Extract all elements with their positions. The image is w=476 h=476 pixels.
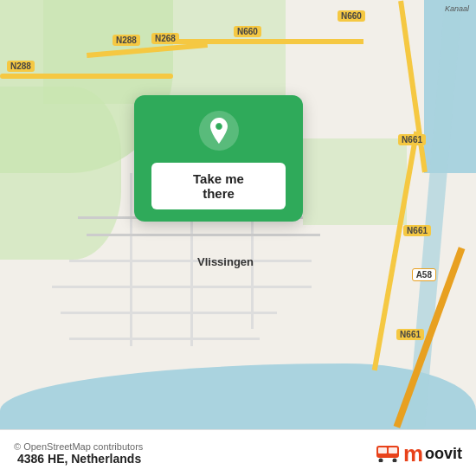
moovit-rest-text: oovit <box>425 446 462 461</box>
svg-point-5 <box>378 458 383 462</box>
label-n288-1: N288 <box>7 61 35 72</box>
road-local-3 <box>61 312 277 314</box>
label-n288-2: N288 <box>113 35 140 46</box>
moovit-logo: moovit <box>376 442 462 465</box>
road-local-5 <box>130 173 132 346</box>
svg-point-1 <box>216 124 222 129</box>
svg-rect-3 <box>378 447 387 453</box>
take-me-there-button[interactable]: Take me there <box>151 163 286 209</box>
address-label: 4386 HE, Netherlands <box>17 452 143 466</box>
location-pin-icon <box>199 111 239 151</box>
road-n660-horizontal <box>173 39 363 44</box>
label-n660-1: N660 <box>234 26 261 37</box>
road-local-4 <box>69 338 260 340</box>
road-local-2 <box>52 286 312 288</box>
attribution-text: © OpenStreetMap contributors <box>14 441 143 452</box>
road-n288-horizontal <box>0 74 173 79</box>
label-kanaal: Kanaal <box>445 4 469 13</box>
map-background: N288 N288 N268 N660 N660 N661 N661 N661 … <box>0 0 476 476</box>
bottom-info: © OpenStreetMap contributors 4386 HE, Ne… <box>14 441 143 466</box>
popup-card[interactable]: Take me there <box>134 95 303 222</box>
svg-point-6 <box>392 458 396 462</box>
moovit-m-letter: m <box>403 442 423 465</box>
moovit-bus-icon <box>376 445 400 462</box>
map-container: N288 N288 N268 N660 N660 N661 N661 N661 … <box>0 0 476 476</box>
label-n268: N268 <box>151 33 179 44</box>
bottom-bar: © OpenStreetMap contributors 4386 HE, Ne… <box>0 429 476 476</box>
label-n661-3: N661 <box>396 329 424 340</box>
svg-rect-4 <box>389 447 397 453</box>
road-local-9 <box>87 234 320 236</box>
label-n661-2: N661 <box>403 225 431 236</box>
label-n660-2: N660 <box>338 10 365 22</box>
label-n661-1: N661 <box>398 134 426 145</box>
green-area-ne <box>303 138 407 225</box>
label-a58: A58 <box>412 268 436 281</box>
